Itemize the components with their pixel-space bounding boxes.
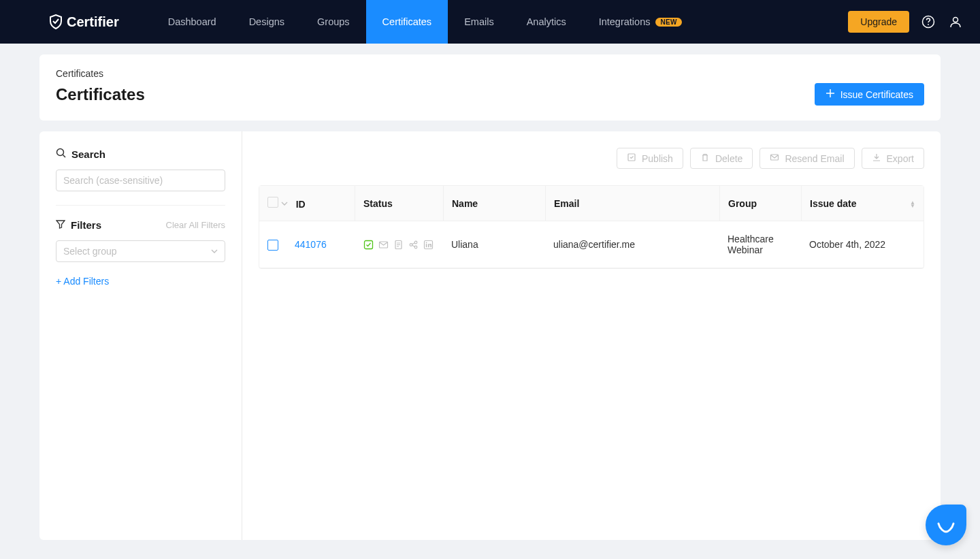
shield-icon	[49, 14, 63, 29]
filter-sidebar: Search Filters Clear All Filters	[39, 131, 242, 540]
filters-heading-label: Filters	[71, 219, 101, 231]
nav-item-label: Emails	[464, 16, 494, 27]
button-label: Publish	[642, 153, 673, 164]
column-header-id[interactable]: ID	[259, 186, 355, 221]
clear-filters-link[interactable]: Clear All Filters	[166, 220, 225, 230]
nav-groups[interactable]: Groups	[301, 0, 366, 44]
divider	[56, 205, 225, 206]
svg-point-10	[414, 241, 417, 244]
search-heading: Search	[56, 148, 225, 160]
certificates-table: ID Status Name Email Group Issue date ▲▼	[259, 185, 924, 269]
nav-item-label: Analytics	[527, 16, 566, 27]
resend-email-button[interactable]: Resend Email	[760, 148, 854, 169]
add-filters-link[interactable]: + Add Filters	[56, 276, 225, 287]
svg-rect-4	[628, 154, 635, 161]
document-icon	[393, 239, 404, 250]
nav-designs[interactable]: Designs	[233, 0, 301, 44]
search-heading-label: Search	[71, 148, 105, 160]
smile-icon	[934, 513, 958, 538]
search-input[interactable]	[56, 170, 225, 191]
publish-icon	[627, 153, 636, 164]
group-select[interactable]: Select group	[56, 240, 225, 262]
nav-analytics[interactable]: Analytics	[510, 0, 583, 44]
svg-rect-13	[425, 244, 427, 247]
cell-email: uliana@certifier.me	[553, 239, 635, 250]
column-label: Status	[363, 198, 393, 209]
table-header-row: ID Status Name Email Group Issue date ▲▼	[259, 186, 924, 221]
row-checkbox[interactable]	[267, 240, 278, 251]
sort-icon[interactable]: ▲▼	[910, 201, 915, 208]
column-label: Issue date	[810, 198, 856, 209]
button-label: Resend Email	[785, 153, 844, 164]
share-icon	[408, 239, 419, 250]
breadcrumb: Certificates	[56, 68, 924, 79]
filters-heading: Filters	[56, 219, 101, 231]
column-header-name[interactable]: Name	[443, 186, 545, 221]
search-icon	[56, 148, 66, 160]
brand-logo[interactable]: Certifier	[49, 14, 119, 30]
column-header-email[interactable]: Email	[545, 186, 719, 221]
svg-point-2	[953, 18, 958, 22]
nav-integrations[interactable]: Integrations NEW	[583, 0, 698, 44]
user-icon[interactable]	[947, 14, 964, 30]
publish-button[interactable]: Publish	[617, 148, 683, 169]
svg-point-1	[928, 24, 929, 25]
svg-point-3	[57, 149, 64, 156]
svg-point-14	[425, 242, 427, 243]
trash-icon	[700, 153, 710, 164]
column-header-group[interactable]: Group	[719, 186, 801, 221]
page-title: Certificates	[56, 85, 145, 104]
upgrade-button[interactable]: Upgrade	[848, 11, 909, 33]
status-icon-group	[363, 239, 435, 250]
select-all-checkbox[interactable]	[267, 197, 278, 208]
top-navigation: Certifier Dashboard Designs Groups Certi…	[0, 0, 980, 44]
nav-dashboard[interactable]: Dashboard	[152, 0, 233, 44]
column-label: Group	[728, 198, 757, 209]
button-label: Delete	[715, 153, 742, 164]
nav-item-label: Certificates	[382, 16, 432, 27]
column-label: ID	[296, 199, 306, 210]
button-label: Export	[887, 153, 914, 164]
svg-point-11	[414, 246, 417, 249]
chat-widget[interactable]	[926, 505, 966, 540]
content-card: Search Filters Clear All Filters	[39, 131, 941, 540]
mail-icon	[378, 239, 389, 250]
certificate-id-link[interactable]: 441076	[295, 239, 327, 250]
new-badge: NEW	[655, 18, 681, 27]
download-icon	[872, 153, 881, 164]
search-section: Search	[56, 148, 225, 191]
filters-section: Filters Clear All Filters Select group	[56, 219, 225, 262]
mail-icon	[770, 153, 779, 164]
delete-button[interactable]: Delete	[690, 148, 753, 169]
published-icon	[363, 239, 374, 250]
nav-emails[interactable]: Emails	[448, 0, 510, 44]
nav-item-label: Dashboard	[168, 16, 216, 27]
help-icon[interactable]	[920, 14, 936, 30]
linkedin-icon	[423, 239, 434, 250]
main-content: Publish Delete Resend Email	[242, 131, 941, 540]
cell-issue-date: October 4th, 2022	[809, 239, 885, 250]
plus-icon	[826, 89, 835, 100]
nav-item-label: Designs	[249, 16, 284, 27]
nav-right: Upgrade	[848, 11, 964, 33]
button-label: Issue Certificates	[840, 89, 913, 100]
page-header-card: Certificates Certificates Issue Certific…	[39, 54, 941, 121]
nav-items: Dashboard Designs Groups Certificates Em…	[152, 0, 849, 44]
column-header-status[interactable]: Status	[355, 186, 443, 221]
brand-name: Certifier	[67, 14, 119, 30]
chevron-down-icon[interactable]	[281, 197, 288, 208]
action-bar: Publish Delete Resend Email	[259, 148, 924, 169]
cell-group: Healthcare Webinar	[728, 234, 774, 255]
table-row[interactable]: 441076	[259, 221, 924, 268]
cell-name: Uliana	[451, 239, 478, 250]
export-button[interactable]: Export	[862, 148, 924, 169]
column-label: Name	[452, 198, 478, 209]
nav-certificates[interactable]: Certificates	[366, 0, 448, 44]
issue-certificates-button[interactable]: Issue Certificates	[815, 83, 924, 106]
filter-icon	[56, 219, 65, 231]
svg-point-9	[410, 243, 412, 246]
column-header-issue-date[interactable]: Issue date ▲▼	[801, 186, 924, 221]
column-label: Email	[554, 198, 579, 209]
nav-item-label: Integrations	[599, 16, 651, 27]
nav-item-label: Groups	[317, 16, 350, 27]
